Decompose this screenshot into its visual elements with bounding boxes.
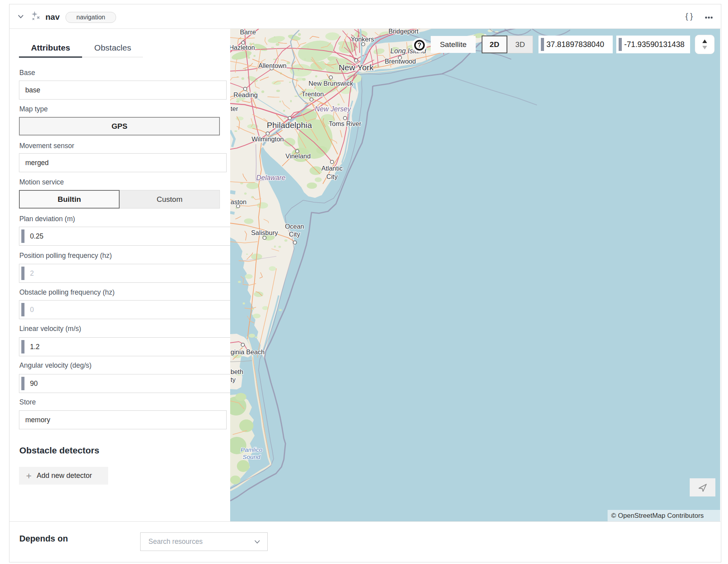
svg-text:ter: ter xyxy=(231,105,238,112)
svg-text:Allentown: Allentown xyxy=(258,62,287,69)
svg-text:Barre: Barre xyxy=(240,29,256,36)
svg-text:City: City xyxy=(289,231,300,238)
svg-text:Delaware: Delaware xyxy=(256,174,285,182)
svg-text:ginia Beach: ginia Beach xyxy=(231,348,265,355)
svg-text:City: City xyxy=(326,173,338,180)
svg-text:Vineland: Vineland xyxy=(285,152,311,160)
svg-text:Yonkers: Yonkers xyxy=(351,36,374,43)
svg-text:New York: New York xyxy=(339,63,374,72)
svg-text:Trenton: Trenton xyxy=(302,90,324,98)
svg-text:Brentwood: Brentwood xyxy=(385,58,416,65)
svg-text:Reading: Reading xyxy=(233,91,257,98)
svg-text:New Brunswick: New Brunswick xyxy=(309,80,354,87)
svg-text:Wilmington: Wilmington xyxy=(251,135,284,143)
svg-text:Hazleton: Hazleton xyxy=(230,44,255,51)
svg-text:Philadelphia: Philadelphia xyxy=(267,120,312,130)
svg-text:Pamlico: Pamlico xyxy=(240,446,263,453)
svg-text:Sound: Sound xyxy=(243,453,261,460)
svg-text:beth: beth xyxy=(231,368,243,375)
svg-text:ty: ty xyxy=(231,376,236,383)
svg-text:Ocean: Ocean xyxy=(285,223,304,230)
svg-text:Atlantic: Atlantic xyxy=(321,165,343,172)
svg-text:New Jersey: New Jersey xyxy=(315,105,351,113)
svg-text:aston: aston xyxy=(231,198,246,205)
svg-text:Toms River: Toms River xyxy=(329,120,362,127)
svg-text:Salisbury: Salisbury xyxy=(251,229,278,236)
svg-text:Bridgeport: Bridgeport xyxy=(388,29,419,35)
